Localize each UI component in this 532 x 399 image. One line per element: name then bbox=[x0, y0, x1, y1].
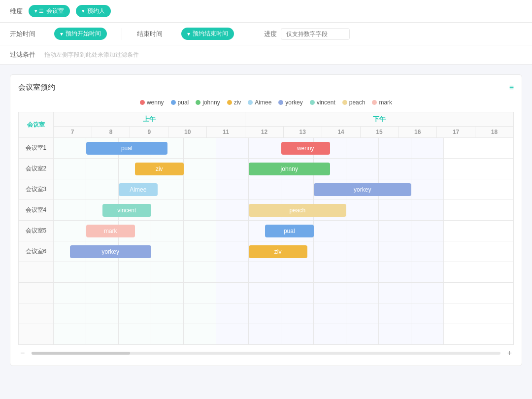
gantt-data-cell: markpual bbox=[53, 221, 513, 241]
legend-item: peach bbox=[342, 99, 366, 106]
dimension-label: 维度 bbox=[10, 7, 23, 16]
gantt-bar[interactable]: johnny bbox=[249, 163, 330, 175]
gantt-bar[interactable]: mark bbox=[86, 225, 135, 237]
hour-header: 18 bbox=[475, 127, 514, 138]
gantt-table: 会议室上午下午789101112131415161718会议室1pualwenn… bbox=[18, 112, 514, 345]
progress-label: 进度 bbox=[264, 30, 277, 38]
legend-dot bbox=[171, 100, 176, 105]
room-label: 会议室2 bbox=[19, 159, 54, 179]
am-header: 上午 bbox=[53, 112, 245, 127]
gantt-scroll[interactable]: 会议室上午下午789101112131415161718会议室1pualwenn… bbox=[18, 112, 514, 345]
table-row: 会议室4vincentpeach bbox=[19, 200, 514, 221]
legend-dot bbox=[140, 100, 145, 105]
progress-input[interactable] bbox=[281, 28, 350, 40]
pm-header: 下午 bbox=[245, 112, 513, 127]
end-time-label: 结束时间 bbox=[137, 30, 166, 38]
legend-label: mark bbox=[379, 99, 392, 106]
hour-header: 15 bbox=[360, 127, 399, 138]
room-corner-label: 会议室 bbox=[19, 119, 53, 131]
hour-header: 8 bbox=[92, 127, 130, 138]
hour-header: 11 bbox=[207, 127, 245, 138]
hour-header: 14 bbox=[322, 127, 360, 138]
legend-label: johnny bbox=[202, 99, 220, 106]
gantt-bar[interactable]: vincent bbox=[102, 204, 151, 217]
chart-title: 会议室预约 bbox=[18, 83, 55, 92]
hour-header: 17 bbox=[437, 127, 475, 138]
main-content: 会议室预约 ≡ wennypualjohnnyzivAimeeyorkeyvin… bbox=[0, 65, 532, 376]
gantt-bar[interactable]: pual bbox=[86, 142, 167, 155]
hour-header: 9 bbox=[130, 127, 168, 138]
gantt-corner: 会议室 bbox=[19, 112, 54, 138]
gantt-bar[interactable]: ziv bbox=[249, 245, 307, 258]
gantt-bar[interactable]: wenny bbox=[281, 142, 330, 155]
gantt-bar[interactable]: Aimee bbox=[119, 183, 158, 196]
hour-header: 10 bbox=[168, 127, 207, 138]
legend-label: yorkey bbox=[285, 99, 302, 106]
zoom-out-btn[interactable]: − bbox=[18, 349, 27, 358]
table-row: 会议室3Aimeeyorkey bbox=[19, 179, 514, 200]
room-label: 会议室5 bbox=[19, 221, 54, 241]
gantt-data-cell: vincentpeach bbox=[53, 200, 513, 221]
person-btn[interactable]: ▾ 预约人 bbox=[76, 5, 111, 17]
legend-item: wenny bbox=[140, 99, 164, 106]
table-row: 会议室5markpual bbox=[19, 221, 514, 241]
legend-item: johnny bbox=[196, 99, 220, 106]
room-btn[interactable]: ▾ ☰ 会议室 bbox=[29, 5, 70, 17]
gantt-data-cell: yorkeyziv bbox=[53, 241, 513, 262]
start-time-btn-label: 预约开始时间 bbox=[66, 30, 101, 38]
table-row bbox=[19, 262, 514, 283]
gantt-data-cell: pualwenny bbox=[53, 138, 513, 159]
legend-item: yorkey bbox=[278, 99, 302, 106]
gantt-data-cell: zivjohnny bbox=[53, 159, 513, 179]
legend-dot bbox=[196, 100, 200, 105]
divider1 bbox=[122, 28, 122, 40]
gantt-area: 会议室上午下午789101112131415161718会议室1pualwenn… bbox=[18, 112, 514, 345]
legend-label: peach bbox=[349, 99, 366, 106]
start-time-btn[interactable]: ▾ 预约开始时间 bbox=[54, 28, 107, 40]
zoom-bar: − + bbox=[18, 345, 514, 358]
person-btn-label: 预约人 bbox=[87, 7, 105, 15]
legend-dot bbox=[278, 100, 283, 105]
room-btn-label: 会议室 bbox=[46, 7, 64, 15]
table-row: 会议室2zivjohnny bbox=[19, 159, 514, 179]
scrollbar-track[interactable] bbox=[32, 352, 500, 355]
zoom-in-btn[interactable]: + bbox=[505, 349, 514, 358]
legend-item: pual bbox=[171, 99, 189, 106]
hour-header: 7 bbox=[53, 127, 92, 138]
legend-item: ziv bbox=[227, 99, 241, 106]
filter-row: 开始时间 ▾ 预约开始时间 结束时间 ▾ 预约结束时间 进度 bbox=[0, 23, 532, 45]
dropdown-icon3: ▾ bbox=[60, 31, 63, 37]
hour-header: 12 bbox=[245, 127, 283, 138]
dropdown-icon: ▾ ☰ bbox=[34, 8, 44, 14]
room-label: 会议室4 bbox=[19, 200, 54, 221]
gantt-bar[interactable]: peach bbox=[249, 204, 346, 217]
table-row: 会议室1pualwenny bbox=[19, 138, 514, 159]
dropdown-icon4: ▾ bbox=[187, 31, 190, 37]
settings-icon[interactable]: ≡ bbox=[509, 83, 514, 92]
room-label: 会议室3 bbox=[19, 179, 54, 200]
legend: wennypualjohnnyzivAimeeyorkeyvincentpeac… bbox=[18, 99, 514, 106]
legend-item: Aimee bbox=[248, 99, 271, 106]
legend-dot bbox=[372, 100, 377, 105]
legend-dot bbox=[342, 100, 347, 105]
end-time-btn-label: 预约结束时间 bbox=[193, 30, 228, 38]
table-row bbox=[19, 303, 514, 324]
gantt-bar[interactable]: yorkey bbox=[70, 245, 151, 258]
top-bar: 维度 ▾ ☰ 会议室 ▾ 预约人 bbox=[0, 0, 532, 23]
legend-label: Aimee bbox=[255, 99, 271, 106]
filter-cond-hint: 拖动左侧字段到此处来添加过滤条件 bbox=[44, 51, 139, 59]
legend-item: mark bbox=[372, 99, 392, 106]
scrollbar-thumb[interactable] bbox=[32, 352, 130, 355]
gantt-bar[interactable]: ziv bbox=[135, 163, 184, 175]
chart-header: 会议室预约 ≡ bbox=[18, 83, 514, 92]
legend-label: vincent bbox=[317, 99, 335, 106]
room-label: 会议室1 bbox=[19, 138, 54, 159]
room-label: 会议室6 bbox=[19, 241, 54, 262]
end-time-btn[interactable]: ▾ 预约结束时间 bbox=[181, 28, 234, 40]
hour-header: 16 bbox=[399, 127, 437, 138]
gantt-bar[interactable]: pual bbox=[265, 225, 314, 237]
table-row bbox=[19, 324, 514, 345]
hour-header: 13 bbox=[283, 127, 322, 138]
legend-item: vincent bbox=[310, 99, 335, 106]
gantt-bar[interactable]: yorkey bbox=[314, 183, 411, 196]
